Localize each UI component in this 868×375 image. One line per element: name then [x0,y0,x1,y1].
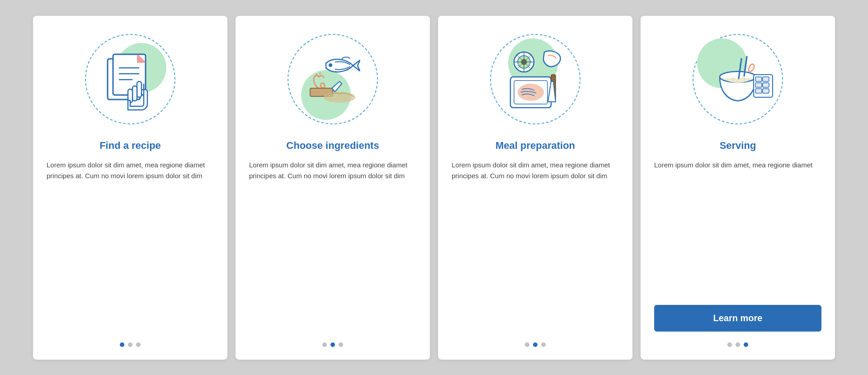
svg-point-20 [728,79,731,81]
card-title: Find a recipe [99,140,161,152]
svg-rect-35 [763,89,769,93]
card-title: Meal preparation [495,140,575,152]
svg-rect-32 [755,83,762,87]
card-find-recipe: Find a recipe Lorem ipsum dolor sit dim … [33,16,227,360]
dots-row [727,342,748,347]
svg-rect-30 [755,77,762,81]
svg-point-23 [744,79,748,81]
card-body: Lorem ipsum dolor sit dim amet, mea regi… [249,160,416,332]
svg-rect-31 [763,77,769,81]
recipe-icon [94,43,166,115]
card-title: Serving [720,140,756,152]
svg-point-5 [329,63,332,67]
dot-3[interactable] [744,342,748,347]
dot-3[interactable] [136,342,141,347]
dot-1[interactable] [525,342,529,347]
svg-point-21 [733,80,737,82]
dot-2[interactable] [533,342,538,347]
card-body: Lorem ipsum dolor sit dim amet, mea regi… [654,160,821,296]
dot-3[interactable] [339,342,343,347]
card-serving: Serving Lorem ipsum dolor sit dim amet, … [641,16,835,360]
dot-1[interactable] [727,342,732,347]
learn-more-button[interactable]: Learn more [654,305,821,332]
dots-row [322,342,343,347]
preparation-icon [499,43,571,115]
dot-2[interactable] [128,342,132,347]
dot-2[interactable] [736,342,740,347]
card-title: Choose ingredients [286,140,379,152]
card-body: Lorem ipsum dolor sit dim amet, mea regi… [452,160,619,332]
serving-icon [702,43,774,115]
svg-rect-34 [755,89,762,93]
dot-2[interactable] [330,342,335,347]
svg-point-24 [732,77,735,79]
icon-area-ingredients [283,29,382,129]
cards-container: Find a recipe Lorem ipsum dolor sit dim … [19,2,849,373]
dots-row [120,342,141,347]
dot-3[interactable] [541,342,546,347]
ingredients-icon [297,43,369,115]
card-choose-ingredients: Choose ingredients Lorem ipsum dolor sit… [236,16,430,360]
svg-point-22 [739,80,742,82]
card-body: Lorem ipsum dolor sit dim amet, mea regi… [47,160,214,332]
icon-area-preparation [486,29,585,129]
dot-1[interactable] [120,342,124,347]
svg-point-26 [742,77,745,79]
dot-1[interactable] [322,342,327,347]
card-meal-preparation: Meal preparation Lorem ipsum dolor sit d… [438,16,632,360]
icon-area-recipe [80,29,180,129]
svg-rect-33 [763,83,769,87]
icon-area-serving [688,29,788,129]
dots-row [525,342,546,347]
